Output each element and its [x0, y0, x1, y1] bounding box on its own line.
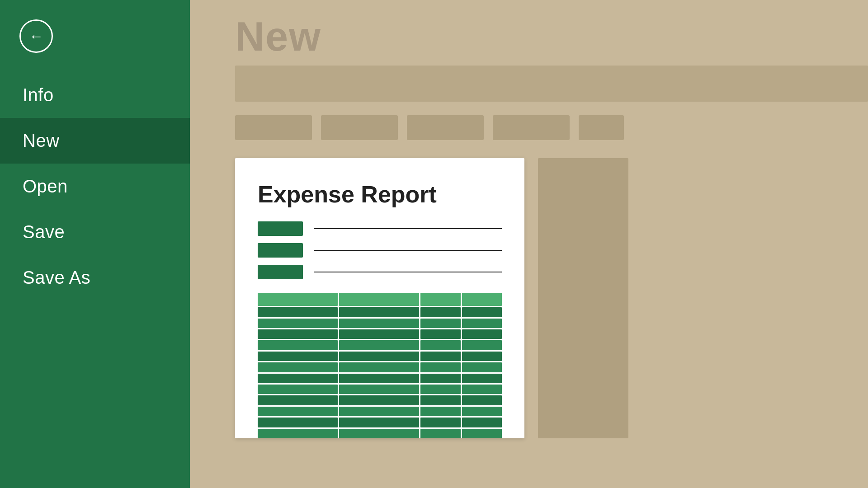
table-cell-1-4 — [258, 340, 338, 350]
table-cell-1-1 — [258, 307, 338, 317]
table-header-2 — [339, 293, 419, 306]
table-cell-4-5 — [462, 352, 502, 361]
table-cell-1-9 — [258, 395, 338, 405]
sidebar-item-save-as[interactable]: Save As — [0, 255, 190, 300]
tab-hidden[interactable] — [493, 115, 570, 140]
table-cell-3-7 — [420, 374, 461, 383]
second-template-card[interactable] — [538, 158, 628, 438]
tab-more[interactable] — [579, 115, 624, 140]
table-col-3 — [420, 293, 461, 438]
table-cell-3-1 — [420, 307, 461, 317]
table-cell-3-10 — [420, 407, 461, 416]
expense-report-card[interactable]: Expense Report — [235, 158, 524, 438]
form-line-1 — [314, 228, 502, 229]
table-cell-4-7 — [462, 374, 502, 383]
back-button[interactable]: ← — [18, 18, 54, 54]
form-line-3 — [314, 272, 502, 272]
table-cell-2-7 — [339, 374, 419, 383]
table-cell-2-11 — [339, 418, 419, 427]
table-col-1 — [258, 293, 338, 438]
table-cell-1-7 — [258, 374, 338, 383]
templates-area: Expense Report — [235, 158, 868, 488]
table-cell-4-6 — [462, 362, 502, 372]
form-rows — [258, 221, 502, 279]
expense-table — [258, 293, 502, 438]
table-cell-3-12 — [420, 429, 461, 438]
table-cell-4-10 — [462, 407, 502, 416]
page-title: New — [235, 14, 321, 60]
table-cell-1-6 — [258, 362, 338, 372]
table-cell-4-12 — [462, 429, 502, 438]
table-cell-3-2 — [420, 319, 461, 328]
table-cell-1-12 — [258, 429, 338, 438]
table-cell-3-6 — [420, 362, 461, 372]
tab-featured[interactable] — [235, 115, 312, 140]
form-label-3 — [258, 265, 303, 279]
sidebar: ← Info New Open Save Save As — [0, 0, 190, 488]
table-cell-3-4 — [420, 340, 461, 350]
table-cell-2-5 — [339, 352, 419, 361]
form-row-3 — [258, 265, 502, 279]
sidebar-item-new[interactable]: New — [0, 118, 190, 164]
table-cell-4-11 — [462, 418, 502, 427]
table-cell-2-12 — [339, 429, 419, 438]
table-cell-2-2 — [339, 319, 419, 328]
table-cell-1-11 — [258, 418, 338, 427]
table-cell-1-3 — [258, 329, 338, 339]
table-cell-2-6 — [339, 362, 419, 372]
table-cell-3-3 — [420, 329, 461, 339]
table-header-3 — [420, 293, 461, 306]
table-cell-3-11 — [420, 418, 461, 427]
sidebar-item-save[interactable]: Save — [0, 209, 190, 255]
template-tabs — [235, 115, 624, 140]
table-cell-4-1 — [462, 307, 502, 317]
table-cell-2-3 — [339, 329, 419, 339]
back-arrow-icon: ← — [29, 29, 43, 43]
table-cell-2-9 — [339, 395, 419, 405]
table-header-1 — [258, 293, 338, 306]
form-row-1 — [258, 221, 502, 236]
table-cell-1-2 — [258, 319, 338, 328]
table-cell-2-10 — [339, 407, 419, 416]
table-cell-4-8 — [462, 385, 502, 394]
table-cell-3-5 — [420, 352, 461, 361]
search-bar[interactable] — [235, 66, 868, 102]
table-cell-4-2 — [462, 319, 502, 328]
form-row-2 — [258, 243, 502, 258]
table-cell-2-4 — [339, 340, 419, 350]
form-label-2 — [258, 243, 303, 258]
table-cell-4-9 — [462, 395, 502, 405]
table-cell-4-3 — [462, 329, 502, 339]
table-col-4 — [462, 293, 502, 438]
table-cell-1-5 — [258, 352, 338, 361]
expense-report-title: Expense Report — [258, 181, 502, 208]
form-line-2 — [314, 250, 502, 251]
tab-shared[interactable] — [407, 115, 484, 140]
table-cell-2-1 — [339, 307, 419, 317]
sidebar-nav: Info New Open Save Save As — [0, 72, 190, 300]
table-col-2 — [339, 293, 419, 438]
table-cell-1-10 — [258, 407, 338, 416]
back-circle: ← — [19, 19, 53, 53]
main-content: New Expense Report — [190, 0, 868, 488]
form-label-1 — [258, 221, 303, 236]
table-cell-4-4 — [462, 340, 502, 350]
table-cell-1-8 — [258, 385, 338, 394]
table-cell-2-8 — [339, 385, 419, 394]
tab-personal[interactable] — [321, 115, 398, 140]
table-cell-3-8 — [420, 385, 461, 394]
sidebar-item-info[interactable]: Info — [0, 72, 190, 118]
table-cell-3-9 — [420, 395, 461, 405]
sidebar-item-open[interactable]: Open — [0, 164, 190, 209]
table-header-4 — [462, 293, 502, 306]
